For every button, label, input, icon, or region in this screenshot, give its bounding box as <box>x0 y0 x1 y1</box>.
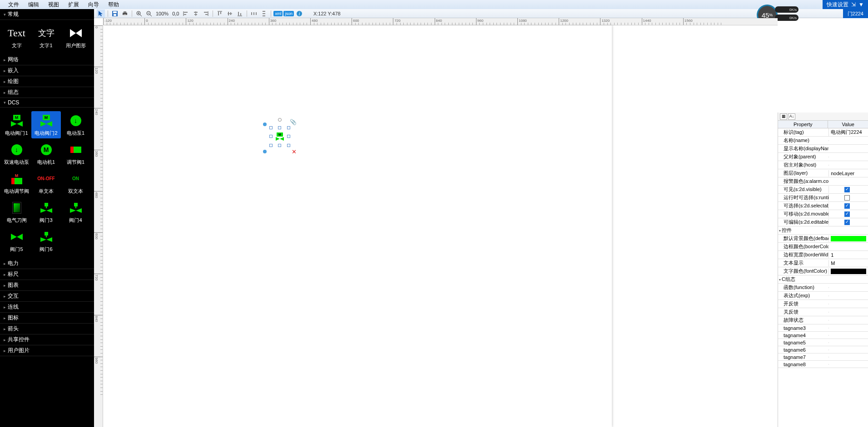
property-value[interactable] <box>828 246 868 247</box>
resize-handle-sw[interactable] <box>269 144 273 147</box>
property-value[interactable] <box>828 342 868 343</box>
property-group-control[interactable]: 控件 <box>778 226 868 235</box>
link-handle-bl[interactable] <box>263 150 267 153</box>
property-row[interactable]: 文字颜色(fontColor) <box>778 267 868 275</box>
quick-settings-button[interactable]: 快速设置 ⇲ ▼ <box>823 0 868 9</box>
property-value[interactable] <box>828 349 868 350</box>
property-row[interactable]: 名称(name) <box>778 137 868 145</box>
property-value[interactable] <box>828 165 868 166</box>
resize-handle-nw[interactable] <box>269 126 273 129</box>
offset-display[interactable]: 0,0 <box>172 11 179 16</box>
selected-object-mvalve[interactable]: 📎 ✕ M <box>269 126 290 147</box>
property-value[interactable] <box>828 335 868 336</box>
property-row[interactable]: 开反馈 <box>778 300 868 308</box>
property-value[interactable] <box>828 357 868 358</box>
menu-edit[interactable]: 编辑 <box>24 1 44 9</box>
property-row[interactable]: 边框颜色(borderColor) <box>778 243 868 251</box>
color-swatch[interactable] <box>831 269 866 274</box>
zoom-in-button[interactable] <box>135 10 143 18</box>
palette-item-阀门6[interactable]: 阀门6 <box>31 227 61 255</box>
align-bottom-button[interactable] <box>236 10 244 18</box>
resize-handle-n[interactable] <box>278 126 281 129</box>
property-row[interactable]: 边框宽度(borderWidth1 <box>778 251 868 259</box>
property-row[interactable]: 图层(layer)nodeLayer <box>778 169 868 177</box>
palette-item-双速电动泵[interactable]: ↓双速电动泵 <box>2 140 31 167</box>
property-value[interactable] <box>828 295 868 296</box>
property-row[interactable]: 表达式(exp) <box>778 292 868 300</box>
property-value[interactable] <box>828 304 868 304</box>
checkbox[interactable] <box>844 220 850 225</box>
property-value[interactable] <box>828 181 868 182</box>
delete-icon[interactable]: ✕ <box>292 148 297 155</box>
property-row[interactable]: 运行时可选择(s:runtim <box>778 194 868 202</box>
checkbox[interactable] <box>844 187 850 192</box>
distribute-h-button[interactable] <box>250 10 258 18</box>
property-row[interactable]: 函数(function) <box>778 284 868 292</box>
property-row[interactable]: 文本显示M <box>778 259 868 267</box>
property-row[interactable]: 可编辑(s:2d.editable) <box>778 218 868 226</box>
palette-item-text[interactable]: Text 文字 <box>2 24 31 51</box>
property-row[interactable]: 父对象(parent) <box>778 153 868 161</box>
property-value[interactable] <box>828 320 868 321</box>
property-value[interactable] <box>828 364 868 365</box>
document-tab[interactable]: 门2224 <box>843 9 868 18</box>
palette-item-电动调节阀[interactable]: M电动调节阀 <box>2 169 31 196</box>
palette-item-电动阀门2[interactable]: M电动阀门2 <box>31 111 61 138</box>
menu-wizard[interactable]: 向导 <box>84 1 104 9</box>
zoom-level[interactable]: 100% <box>156 11 169 16</box>
category-dcs[interactable]: DCS <box>0 98 94 108</box>
property-row[interactable]: 关反馈 <box>778 308 868 316</box>
property-value[interactable] <box>828 287 868 288</box>
category-power[interactable]: 电力 <box>0 258 94 269</box>
property-row[interactable]: 宿主对象(host) <box>778 161 868 169</box>
category-embed[interactable]: 嵌入 <box>0 65 94 76</box>
zoom-out-button[interactable] <box>145 10 153 18</box>
category-network[interactable]: 网络 <box>0 54 94 65</box>
property-value[interactable] <box>828 148 868 149</box>
category-arrow[interactable]: 箭头 <box>0 324 94 334</box>
palette-item-阀门5[interactable]: 阀门5 <box>2 227 31 255</box>
category-line[interactable]: 连线 <box>0 302 94 313</box>
resize-handle-s[interactable] <box>278 144 281 147</box>
export-json-button[interactable]: json <box>283 11 294 16</box>
palette-item-单文本[interactable]: ON-OFF单文本 <box>31 169 61 196</box>
category-icon[interactable]: 图标 <box>0 313 94 324</box>
checkbox[interactable] <box>844 195 850 201</box>
property-row[interactable]: tagname4 <box>778 332 868 339</box>
category-draw[interactable]: 绘图 <box>0 76 94 87</box>
export-xml-button[interactable]: xml <box>273 11 283 16</box>
property-value[interactable]: 1 <box>828 252 868 258</box>
pointer-tool-button[interactable] <box>97 10 105 18</box>
checkbox[interactable] <box>844 203 850 209</box>
distribute-v-button[interactable] <box>260 10 268 18</box>
property-row[interactable]: tagname5 <box>778 339 868 346</box>
property-row[interactable]: tagname6 <box>778 346 868 353</box>
resize-handle-w[interactable] <box>269 135 273 138</box>
canvas[interactable]: 📎 ✕ M <box>103 25 778 427</box>
category-shared[interactable]: 共享控件 <box>0 334 94 345</box>
align-center-h-button[interactable] <box>192 10 200 18</box>
palette-item-双文本[interactable]: ON双文本 <box>61 169 90 196</box>
property-value[interactable] <box>828 140 868 141</box>
property-value[interactable] <box>828 211 868 217</box>
palette-item-usershape[interactable]: 用户图形 <box>61 24 90 51</box>
property-row[interactable]: 可移动(s:2d.movable) <box>778 210 868 218</box>
palette-item-阀门3[interactable]: 阀门3 <box>31 198 61 226</box>
category-ruler[interactable]: 标尺 <box>0 269 94 280</box>
property-value[interactable] <box>828 328 868 329</box>
align-top-button[interactable] <box>216 10 224 18</box>
prop-category-view-button[interactable]: ▦ <box>780 113 787 120</box>
property-value[interactable] <box>828 186 868 193</box>
palette-item-电动阀门1[interactable]: M电动阀门1 <box>2 111 31 138</box>
property-group-czutai[interactable]: C组态 <box>778 275 868 284</box>
property-value[interactable] <box>828 157 868 157</box>
property-row[interactable]: 可见(s:2d.visible) <box>778 186 868 194</box>
rotate-handle[interactable] <box>278 118 282 122</box>
property-row[interactable]: 报警颜色(a:alarm.colo <box>778 177 868 186</box>
property-value[interactable]: nodeLayer <box>828 170 868 177</box>
color-swatch[interactable] <box>831 236 866 241</box>
property-row[interactable]: 显示名称(displayName <box>778 145 868 153</box>
property-row[interactable]: tagname8 <box>778 361 868 368</box>
palette-item-阀门4[interactable]: 阀门4 <box>61 198 90 226</box>
property-value[interactable] <box>828 236 868 242</box>
